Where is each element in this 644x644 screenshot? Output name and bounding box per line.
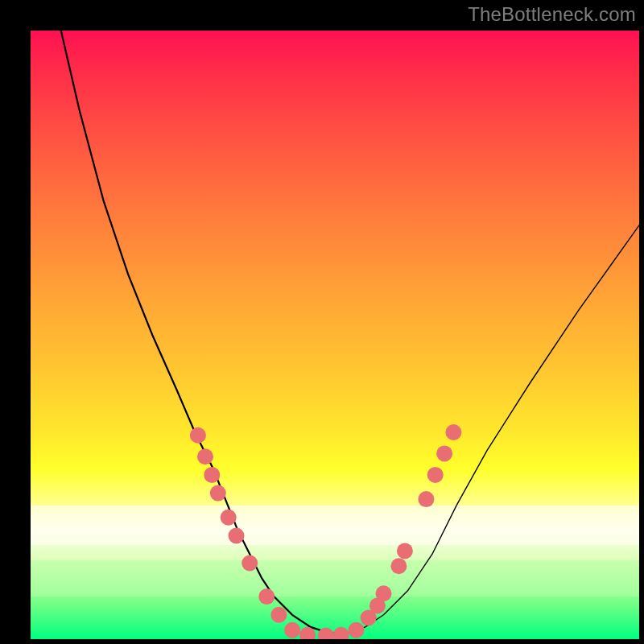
data-marker xyxy=(333,627,349,639)
data-marker xyxy=(204,467,220,483)
data-marker xyxy=(390,558,407,574)
markers-group xyxy=(190,424,462,639)
plot-area xyxy=(31,31,639,639)
chart-container: TheBottleneck.com xyxy=(0,0,644,644)
data-marker xyxy=(376,585,392,601)
data-marker xyxy=(436,445,452,461)
data-marker xyxy=(210,485,226,502)
bottleneck-curve-right xyxy=(328,225,639,634)
watermark-text: TheBottleneck.com xyxy=(468,3,636,26)
data-marker xyxy=(197,448,213,464)
bottleneck-curve-left xyxy=(61,31,347,633)
chart-svg xyxy=(31,31,639,639)
data-marker xyxy=(427,467,444,483)
data-marker xyxy=(270,607,287,623)
data-marker xyxy=(221,510,237,526)
data-marker xyxy=(190,427,206,444)
data-marker xyxy=(242,555,258,572)
data-marker xyxy=(284,622,300,638)
data-marker xyxy=(258,588,275,605)
data-marker xyxy=(349,622,365,638)
data-marker xyxy=(418,491,434,507)
data-marker xyxy=(397,543,413,559)
data-marker xyxy=(229,528,245,544)
data-marker xyxy=(318,628,334,640)
data-marker xyxy=(445,424,461,440)
curve-group xyxy=(61,31,639,633)
